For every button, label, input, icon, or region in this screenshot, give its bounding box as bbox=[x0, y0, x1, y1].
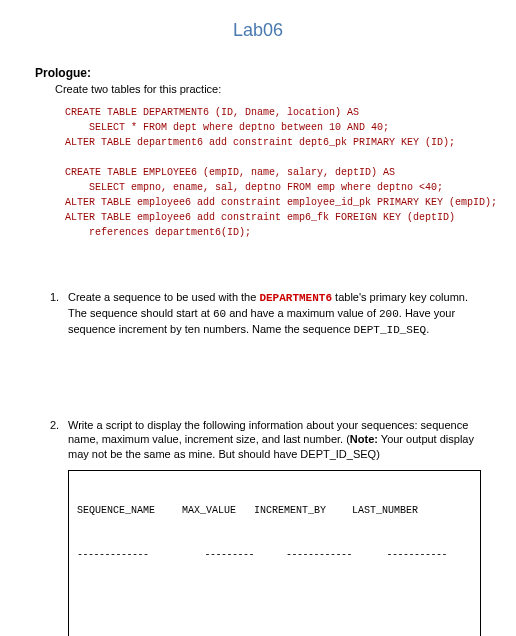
col-increment-by: INCREMENT_BY bbox=[254, 504, 352, 519]
col-max-value: MAX_VALUE bbox=[182, 504, 254, 519]
q1-val1: 60 bbox=[213, 308, 226, 320]
output-table: SEQUENCE_NAME MAX_VALUE INCREMENT_BY LAS… bbox=[68, 470, 481, 636]
q1-post2: and have a maximum value of bbox=[226, 307, 379, 319]
page-title: Lab06 bbox=[35, 20, 481, 41]
prologue-text: Create two tables for this practice: bbox=[55, 83, 481, 95]
page: Lab06 Prologue: Create two tables for th… bbox=[0, 0, 516, 636]
table-blank-row bbox=[77, 591, 472, 606]
q2-note-label: Note: bbox=[350, 433, 378, 445]
d2: --------- bbox=[182, 548, 254, 563]
question-1: 1. Create a sequence to be used with the… bbox=[50, 290, 481, 338]
q1-val2: 200 bbox=[379, 308, 399, 320]
d4: ----------- bbox=[352, 548, 447, 563]
prologue-heading: Prologue: bbox=[35, 66, 481, 80]
q1-pre: Create a sequence to be used with the bbox=[68, 291, 259, 303]
question-2: 2. Write a script to display the followi… bbox=[50, 418, 481, 463]
question-1-text: Create a sequence to be used with the DE… bbox=[68, 290, 481, 338]
question-2-number: 2. bbox=[50, 418, 68, 463]
question-1-number: 1. bbox=[50, 290, 68, 338]
col-last-number: LAST_NUMBER bbox=[352, 504, 447, 519]
q1-post4: . bbox=[426, 323, 429, 335]
d1: ------------- bbox=[77, 548, 182, 563]
d3: ------------ bbox=[254, 548, 352, 563]
table-divider: ------------- --------- ------------ ---… bbox=[77, 548, 472, 563]
q1-seqname: DEPT_ID_SEQ bbox=[354, 324, 427, 336]
q1-keyword: DEPARTMENT6 bbox=[259, 292, 332, 304]
col-sequence-name: SEQUENCE_NAME bbox=[77, 504, 182, 519]
sql-code-block: CREATE TABLE DEPARTMENT6 (ID, Dname, loc… bbox=[65, 105, 481, 240]
question-2-text: Write a script to display the following … bbox=[68, 418, 481, 463]
table-header: SEQUENCE_NAME MAX_VALUE INCREMENT_BY LAS… bbox=[77, 504, 472, 519]
